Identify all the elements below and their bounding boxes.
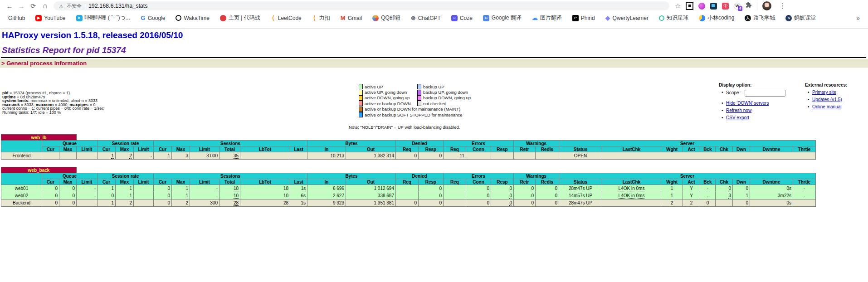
- page-title-link[interactable]: HAProxy version 1.5.18, released 2016/05…: [2, 30, 183, 40]
- stats-table-mount-2: web_backQueueSession rateSessionsBytesDe…: [1, 167, 816, 207]
- bookmark-label: LeetCode: [278, 15, 302, 21]
- forward-icon[interactable]: [15, 1, 27, 11]
- column-header: Max: [116, 146, 134, 152]
- scope-input[interactable]: [745, 90, 785, 97]
- column-header: Last: [290, 179, 307, 185]
- stat-cell: 0: [59, 185, 77, 192]
- stat-cell: -: [77, 192, 98, 199]
- stat-cell: 10: [219, 192, 240, 199]
- display-option-link[interactable]: CSV export: [726, 115, 749, 120]
- stat-cell: [77, 199, 98, 207]
- bookmark-item[interactable]: ⊛ChatGPT: [411, 15, 441, 21]
- bookmark-label: WakaTime: [184, 15, 209, 21]
- bookmark-item[interactable]: GGoogle 翻译: [483, 14, 522, 22]
- bookmark-item[interactable]: 小林coding: [699, 14, 734, 22]
- external-resource-link[interactable]: Primary site: [812, 90, 836, 95]
- more-bookmarks-chevron[interactable]: [856, 15, 860, 22]
- proxy-name[interactable]: web_lb: [1, 135, 77, 141]
- blue-square-extension-icon[interactable]: [710, 3, 717, 10]
- bookmark-item[interactable]: ◆QwertyLearner: [605, 15, 649, 21]
- stat-cell: L4OK in 0ms: [602, 185, 661, 192]
- bookmark-item[interactable]: 知识星球: [659, 14, 688, 22]
- stat-cell: 18: [240, 185, 290, 192]
- column-header: Limit: [134, 179, 154, 185]
- stat-cell: 1: [116, 185, 134, 192]
- stat-cell: 18: [219, 185, 240, 192]
- bookmark-label: 小林coding: [707, 14, 734, 22]
- back-icon[interactable]: [4, 1, 15, 11]
- external-resource-link[interactable]: Online manual: [812, 104, 841, 109]
- bookmark-item[interactable]: S蚂蚁课堂: [785, 14, 816, 22]
- column-header: Thrtle: [793, 146, 816, 152]
- column-header: Req: [396, 146, 419, 152]
- column-header: Req: [444, 179, 466, 185]
- bookmark-item[interactable]: MGmail: [341, 15, 362, 21]
- column-header: Act: [683, 146, 700, 152]
- column-header: Max: [59, 146, 77, 152]
- column-group-queue: Queue: [42, 141, 98, 146]
- column-header: Thrtle: [793, 179, 816, 185]
- stat-cell: 1 012 694: [346, 185, 396, 192]
- translate-extension-icon[interactable]: [722, 3, 729, 10]
- external-resource-link-row: Online manual: [812, 104, 847, 109]
- bookmark-item[interactable]: 人路飞学城: [745, 14, 775, 22]
- bookmark-item[interactable]: WakaTime: [176, 15, 209, 21]
- column-header: LastChk: [602, 146, 661, 152]
- stat-cell: 2: [116, 152, 134, 160]
- stat-cell: [444, 192, 466, 199]
- stat-cell: 11: [444, 152, 466, 160]
- legend-swatch: [417, 84, 421, 89]
- black-square-extension-icon[interactable]: [686, 2, 693, 10]
- column-header: Chk: [716, 179, 733, 185]
- stat-cell: 1: [661, 185, 683, 192]
- qqmail-icon: [372, 15, 379, 21]
- bookmark-item[interactable]: QQ邮箱: [372, 14, 400, 22]
- column-header: Dwn: [733, 179, 750, 185]
- bookmark-item[interactable]: ☺Coze: [451, 15, 473, 21]
- display-option-link[interactable]: Refresh now: [726, 108, 751, 113]
- reload-icon[interactable]: [27, 1, 39, 11]
- bookmark-label: 主页 | 代码战: [229, 14, 260, 22]
- column-header: Dwntme: [750, 179, 793, 185]
- address-bar[interactable]: 不安全 192.168.6.131/ha_stats: [54, 1, 669, 10]
- external-resource-link[interactable]: Updates (v1.5): [812, 97, 842, 102]
- bookmark-item[interactable]: GGoogle: [141, 15, 166, 21]
- column-header: LastChk: [602, 179, 661, 185]
- column-header: In: [307, 179, 346, 185]
- bookmark-star-icon[interactable]: [675, 2, 681, 10]
- profile-avatar[interactable]: [762, 1, 771, 10]
- home-icon[interactable]: [39, 1, 51, 11]
- bookmark-item[interactable]: ☁图片翻译: [532, 14, 562, 22]
- external-resources-links: Primary siteUpdates (v1.5)Online manual: [805, 90, 847, 109]
- bookmark-label: 哔哩哔哩 ( ˚- ˚)つ...: [85, 14, 130, 22]
- table-row: web0200-0101-10106s2 627338 6870000014m5…: [1, 192, 816, 199]
- stat-cell: 10: [240, 192, 290, 199]
- bookmark-item[interactable]: GitHub: [8, 15, 25, 21]
- bookmark-item[interactable]: ⟨力扣: [312, 14, 330, 22]
- column-header: Bck: [700, 146, 716, 152]
- wappalyzer-extension-icon[interactable]: 6: [734, 3, 741, 10]
- not-secure-warning-icon: [59, 2, 63, 10]
- stat-cell: [491, 152, 514, 160]
- proxy-name[interactable]: web_back: [1, 167, 77, 173]
- stat-cell: 0: [396, 199, 419, 207]
- bookmark-item[interactable]: PPhind: [572, 15, 595, 21]
- magenta-circle-extension-icon[interactable]: [698, 3, 705, 10]
- bookmark-label: 图片翻译: [540, 14, 562, 22]
- page-top-divider: [0, 28, 868, 29]
- extensions-puzzle-icon[interactable]: [746, 2, 752, 10]
- legend-swatch: [417, 101, 421, 106]
- browser-menu-icon[interactable]: [776, 1, 788, 11]
- bookmark-item[interactable]: ⟨LeetCode: [271, 15, 302, 21]
- extension-badge: 6: [738, 6, 742, 11]
- bookmark-item[interactable]: ▶YouTube: [35, 15, 65, 21]
- bookmark-item[interactable]: b哔哩哔哩 ( ˚- ˚)つ...: [76, 14, 130, 22]
- stat-cell: OPEN: [559, 152, 602, 160]
- stat-cell: 1: [733, 192, 750, 199]
- stat-cell: 0: [466, 199, 491, 207]
- bookmark-item[interactable]: 主页 | 代码战: [220, 14, 260, 22]
- display-option-link[interactable]: Hide 'DOWN' servers: [726, 101, 769, 106]
- bookmark-label: YouTube: [44, 15, 65, 21]
- google-icon: G: [141, 15, 146, 21]
- stat-cell: 3: [716, 192, 733, 199]
